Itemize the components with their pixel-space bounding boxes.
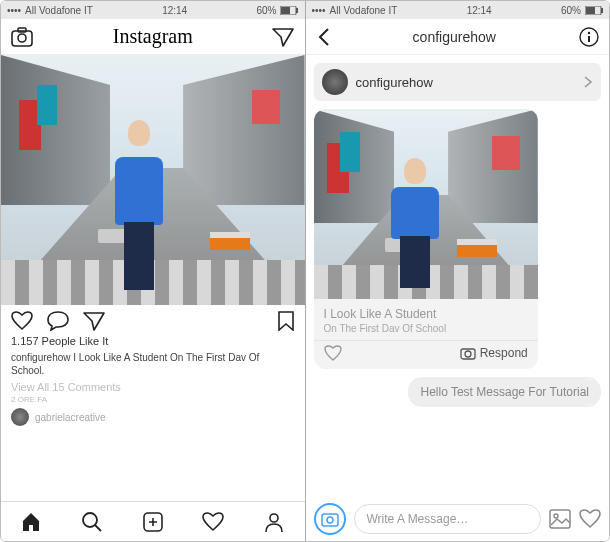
svg-point-11 [270, 514, 278, 522]
carrier-label: All Vodafone IT [25, 5, 93, 16]
dm-navbar: configurehow [306, 19, 610, 55]
back-icon[interactable] [316, 27, 330, 47]
respond-button[interactable]: Respond [460, 346, 528, 360]
bookmark-icon[interactable] [277, 311, 295, 331]
feed-navbar: Instagram [1, 19, 305, 55]
shared-post-photo [314, 109, 538, 299]
signal-icon: •••• [312, 5, 326, 16]
likes-count[interactable]: 1.157 People Like It [1, 333, 305, 351]
sent-message[interactable]: Hello Test Message For Tutorial [408, 377, 601, 407]
message-placeholder: Write A Message… [367, 512, 469, 526]
svg-point-19 [465, 351, 471, 357]
dm-thread: configurehow I Look Like A Student On Th… [306, 55, 610, 541]
message-composer: Write A Message… [306, 497, 610, 541]
svg-rect-20 [322, 514, 338, 526]
clock: 12:14 [467, 5, 492, 16]
message-input[interactable]: Write A Message… [354, 504, 542, 534]
camera-icon [460, 346, 476, 360]
svg-rect-2 [296, 8, 298, 13]
battery-percent: 60% [561, 5, 581, 16]
share-icon[interactable] [83, 311, 105, 331]
shared-post-footer: Respond [314, 340, 538, 369]
post-caption: configurehow I Look Like A Student On Th… [1, 351, 305, 377]
status-bar: •••• All Vodafone IT 12:14 60% [1, 1, 305, 19]
view-comments-link[interactable]: View All 15 Comments [1, 377, 305, 393]
svg-rect-13 [586, 7, 595, 14]
svg-point-23 [554, 514, 558, 518]
svg-point-4 [18, 34, 26, 42]
post-actions [1, 305, 305, 333]
recipient-name: configurehow [356, 75, 576, 90]
post-photo[interactable] [1, 55, 305, 305]
next-username: gabrielacreative [35, 412, 106, 423]
dm-title: configurehow [413, 29, 496, 45]
search-tab-icon[interactable] [81, 511, 103, 533]
dm-screen: •••• All Vodafone IT 12:14 60% configure… [306, 1, 610, 541]
profile-tab-icon[interactable] [263, 511, 285, 533]
recipient-chip[interactable]: configurehow [314, 63, 602, 101]
like-icon[interactable] [324, 345, 342, 361]
next-post-header[interactable]: gabrielacreative [1, 406, 305, 426]
tab-bar [1, 501, 305, 541]
new-post-tab-icon[interactable] [142, 511, 164, 533]
carrier-label: All Vodafone IT [330, 5, 398, 16]
svg-rect-22 [550, 510, 570, 528]
clock: 12:14 [162, 5, 187, 16]
shared-post-title: I Look Like A Student [314, 299, 538, 323]
svg-point-16 [588, 31, 590, 33]
caption-user[interactable]: configurehow [11, 352, 70, 363]
feed-screen: •••• All Vodafone IT 12:14 60% Instagram… [1, 1, 305, 541]
send-icon[interactable] [272, 27, 294, 47]
home-tab-icon[interactable] [20, 511, 42, 533]
app-title: Instagram [113, 25, 193, 48]
status-bar: •••• All Vodafone IT 12:14 60% [306, 1, 610, 19]
shared-post-subtitle: On The First Dav Of School [314, 323, 538, 340]
avatar [11, 408, 29, 426]
svg-rect-14 [601, 8, 603, 13]
svg-line-7 [95, 525, 101, 531]
svg-rect-17 [588, 36, 590, 42]
comment-icon[interactable] [47, 311, 69, 331]
activity-tab-icon[interactable] [202, 512, 224, 532]
svg-point-6 [83, 513, 97, 527]
camera-icon[interactable] [11, 27, 33, 47]
gallery-icon[interactable] [549, 509, 571, 529]
battery-icon [280, 6, 298, 15]
shared-post-card[interactable]: I Look Like A Student On The First Dav O… [314, 109, 538, 369]
svg-rect-5 [18, 28, 26, 32]
signal-icon: •••• [7, 5, 21, 16]
like-icon[interactable] [579, 509, 601, 529]
battery-icon [585, 6, 603, 15]
chevron-right-icon [583, 75, 593, 89]
svg-rect-1 [281, 7, 290, 14]
avatar [322, 69, 348, 95]
battery-percent: 60% [256, 5, 276, 16]
camera-icon [321, 511, 339, 527]
post-timestamp: 2 ORE FA [1, 393, 305, 406]
svg-point-21 [327, 517, 333, 523]
info-icon[interactable] [579, 27, 599, 47]
respond-label: Respond [480, 346, 528, 360]
like-icon[interactable] [11, 311, 33, 331]
camera-button[interactable] [314, 503, 346, 535]
